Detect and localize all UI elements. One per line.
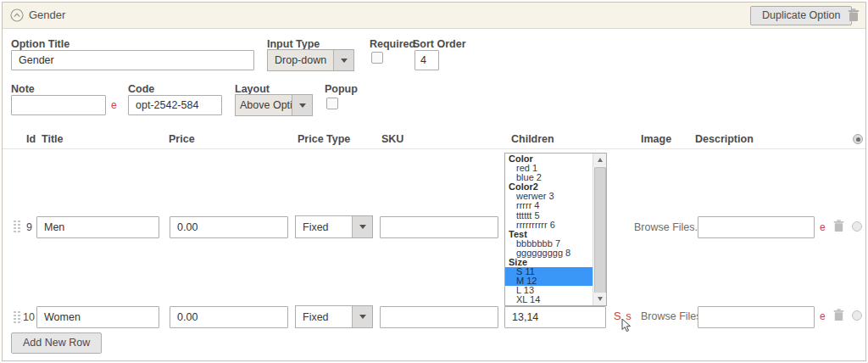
row-error-marker: e — [820, 221, 826, 233]
row-title-input[interactable] — [36, 306, 159, 328]
row-children-input[interactable] — [504, 306, 606, 328]
row-description-input[interactable] — [698, 216, 815, 238]
children-option[interactable]: tttttt 5 — [505, 211, 593, 221]
option-header-bar: Gender Duplicate Option — [3, 3, 865, 29]
header-separator — [3, 148, 865, 149]
row-price-type-value: Fixed — [296, 306, 352, 327]
delete-row-trash-icon[interactable] — [832, 219, 846, 234]
col-header-sku: SKU — [381, 133, 403, 145]
add-new-row-button[interactable]: Add New Row — [11, 332, 102, 354]
popup-checkbox[interactable] — [326, 98, 338, 109]
chevron-down-icon — [299, 103, 306, 108]
input-type-select[interactable]: Drop-down — [267, 49, 354, 71]
note-error-marker: e — [111, 99, 117, 111]
input-type-caret-button[interactable] — [333, 50, 353, 70]
required-label: Required — [370, 38, 415, 50]
layout-selected-value: Above Option — [236, 95, 292, 115]
row-default-radio[interactable] — [852, 221, 862, 232]
chevron-down-icon — [359, 315, 366, 319]
input-type-label: Input Type — [267, 38, 320, 50]
option-title-heading: Gender — [29, 8, 65, 21]
code-input[interactable] — [128, 95, 222, 115]
children-option[interactable]: rrrrr 4 — [505, 201, 593, 210]
chevron-down-icon — [341, 59, 348, 63]
row-default-radio[interactable] — [852, 310, 862, 321]
sort-order-label: Sort Order — [413, 38, 466, 50]
row-price-input[interactable] — [170, 306, 288, 328]
scrollbar-thumb[interactable] — [594, 167, 606, 293]
default-selection-radio-header[interactable] — [853, 134, 863, 144]
listbox-scrollbar[interactable] — [593, 154, 606, 305]
note-label: Note — [11, 83, 35, 95]
row-price-type-select[interactable]: Fixed — [295, 215, 373, 238]
scroll-up-icon[interactable] — [593, 154, 606, 166]
layout-label: Layout — [235, 83, 270, 95]
row-error-marker: e — [820, 310, 826, 322]
row-sku-input[interactable] — [380, 306, 498, 328]
layout-caret-button[interactable] — [292, 95, 312, 115]
code-label: Code — [128, 83, 154, 95]
row-price-type-caret-button[interactable] — [352, 216, 372, 237]
col-header-id: Id — [26, 133, 36, 145]
sort-order-input[interactable] — [415, 50, 439, 70]
input-type-selected-value: Drop-down — [268, 50, 333, 70]
mouse-cursor-icon — [621, 318, 632, 336]
col-header-price: Price — [169, 133, 195, 145]
col-header-title: Title — [42, 133, 63, 145]
note-input[interactable] — [11, 95, 106, 115]
children-multiselect[interactable]: Color red 1 blue 2 Color2 werwer 3 rrrrr… — [504, 153, 607, 306]
children-option[interactable]: XL 14 — [505, 295, 593, 304]
children-options-list: Color red 1 blue 2 Color2 werwer 3 rrrrr… — [505, 154, 593, 305]
col-header-image: Image — [641, 133, 671, 145]
row-price-type-value: Fixed — [296, 216, 352, 237]
row-id: 9 — [26, 221, 32, 233]
layout-select[interactable]: Above Option — [235, 94, 313, 116]
chevron-down-icon — [359, 225, 366, 229]
delete-row-trash-icon[interactable] — [832, 308, 846, 323]
option-title-input[interactable] — [11, 50, 254, 70]
row-sku-input[interactable] — [380, 216, 498, 238]
drag-handle-icon[interactable] — [14, 311, 21, 323]
required-checkbox[interactable] — [371, 52, 383, 64]
row-price-type-caret-button[interactable] — [352, 306, 372, 327]
collapse-icon[interactable] — [10, 8, 24, 22]
option-title-label: Option Title — [11, 38, 70, 50]
delete-option-trash-icon[interactable] — [847, 8, 860, 23]
col-header-description: Description — [695, 133, 754, 145]
row-id: 10 — [23, 311, 35, 323]
row-price-type-select[interactable]: Fixed — [295, 305, 373, 328]
row-title-input[interactable] — [36, 216, 159, 238]
row-description-input[interactable] — [698, 306, 815, 328]
scroll-down-icon[interactable] — [593, 293, 606, 305]
row-price-input[interactable] — [170, 216, 288, 238]
duplicate-option-button[interactable]: Duplicate Option — [750, 6, 852, 25]
popup-label: Popup — [325, 83, 358, 95]
row-browse-files-link[interactable]: Browse Files... — [634, 221, 704, 233]
col-header-children: Children — [511, 133, 554, 145]
drag-handle-icon[interactable] — [14, 221, 21, 232]
col-header-price-type: Price Type — [298, 133, 350, 145]
option-panel: Gender Duplicate Option Option Title Inp… — [2, 2, 866, 361]
